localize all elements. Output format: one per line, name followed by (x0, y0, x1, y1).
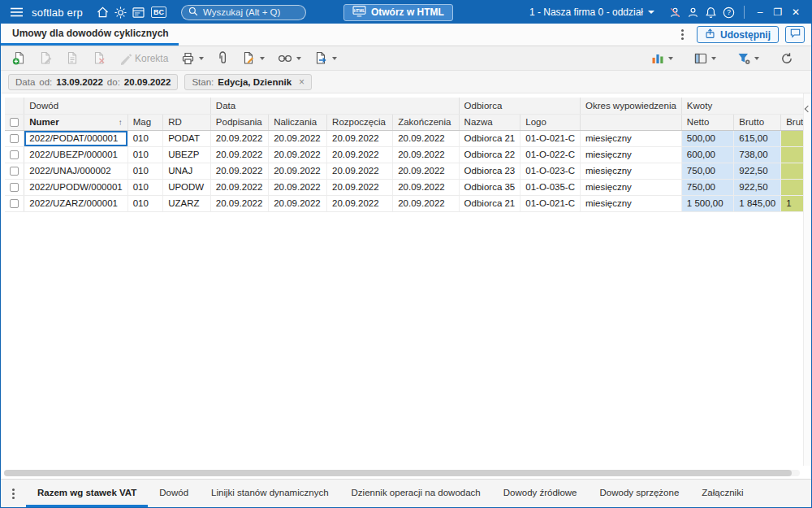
cell-naliczania[interactable]: 20.09.2022 (269, 179, 327, 195)
cell-nazwa[interactable]: Odbiorca 35 (459, 179, 520, 195)
filter-chip-data[interactable]: Data od: 13.09.2022 do: 20.09.2022 (8, 74, 178, 90)
cell-brutto[interactable]: 615,00 (734, 130, 781, 146)
minimize-button[interactable]: – (751, 3, 769, 21)
cell-nazwa[interactable]: Odbiorca 21 (459, 195, 520, 211)
cell-okres[interactable]: miesięczny (580, 195, 681, 211)
cell-mag[interactable]: 010 (127, 179, 162, 195)
cell-naliczania[interactable]: 20.09.2022 (269, 130, 327, 146)
cell-nazwa[interactable]: Odbiorca 23 (459, 163, 520, 179)
cell-brutto[interactable]: 738,00 (734, 146, 781, 163)
cell-numer[interactable]: 2022/PODAT/000001 (24, 130, 127, 146)
cell-mag[interactable]: 010 (127, 195, 162, 211)
column-header-naliczania[interactable]: Naliczania (269, 114, 327, 130)
cell-numer[interactable]: 2022/UZARZ/000001 (24, 195, 127, 211)
table-row[interactable]: 2022/UBEZP/000001 010 UBEZP 20.09.2022 2… (5, 146, 811, 163)
cell-numer[interactable]: 2022/UPODW/000001 (24, 179, 127, 195)
search-input[interactable]: Wyszukaj (Alt + Q) (181, 5, 306, 20)
tab-options-kebab-icon[interactable] (681, 33, 684, 36)
cell-brutto[interactable]: 1 845,00 (734, 195, 781, 211)
cell-rozpoczecia[interactable]: 20.09.2022 (327, 163, 393, 179)
cell-numer[interactable]: 2022/UNAJ/000002 (24, 163, 127, 179)
user-blocked-icon[interactable] (666, 3, 684, 21)
cell-okres[interactable]: miesięczny (580, 130, 681, 146)
refresh-button[interactable] (777, 50, 797, 67)
column-header-podpisania[interactable]: Podpisania (210, 114, 268, 130)
cell-rd[interactable]: UZARZ (163, 195, 211, 211)
cell-zakonczenia[interactable]: 20.09.2022 (393, 130, 459, 146)
cell-logo[interactable]: 01-O-021-C (520, 130, 581, 146)
cell-podpisania[interactable]: 20.09.2022 (210, 163, 268, 179)
column-header-brutto[interactable]: Brutto (734, 114, 781, 130)
company-selector[interactable]: 1 - Nasza firma 0 - oddział (529, 7, 654, 18)
tab-umowy-dla-dowodow-cyklicznych[interactable]: Umowy dla dowodów cyklicznych (1, 24, 179, 46)
scrollbar-thumb[interactable] (4, 470, 792, 476)
table-row[interactable]: 2022/UNAJ/000002 010 UNAJ 20.09.2022 20.… (5, 163, 811, 179)
attachments-button[interactable] (214, 49, 232, 67)
cell-naliczania[interactable]: 20.09.2022 (269, 195, 327, 211)
cell-rd[interactable]: UPODW (163, 179, 211, 195)
table-row[interactable]: 2022/UZARZ/000001 010 UZARZ 20.09.2022 2… (5, 195, 811, 211)
bottom-tab-linijki-stanow-dynamicznych[interactable]: Linijki stanów dynamicznych (200, 480, 339, 507)
cell-podpisania[interactable]: 20.09.2022 (210, 146, 268, 163)
cell-logo[interactable]: 01-O-021-C (520, 195, 581, 211)
cell-rozpoczecia[interactable]: 20.09.2022 (327, 179, 393, 195)
chart-view-button[interactable] (648, 50, 676, 67)
delete-document-button[interactable] (89, 49, 110, 67)
cell-rd[interactable]: PODAT (163, 130, 211, 146)
export-document-button[interactable] (311, 49, 340, 67)
cell-okres[interactable]: miesięczny (580, 163, 681, 179)
cell-naliczania[interactable]: 20.09.2022 (269, 146, 327, 163)
relations-button[interactable] (274, 50, 304, 67)
cell-rozpoczecia[interactable]: 20.09.2022 (327, 195, 393, 211)
preview-document-button[interactable] (63, 49, 83, 67)
column-header-mag[interactable]: Mag (127, 114, 162, 130)
cell-nazwa[interactable]: Odbiorca 22 (459, 146, 520, 163)
close-button[interactable]: ✕ (787, 3, 805, 21)
cell-logo[interactable]: 01-O-023-C (520, 163, 581, 179)
cell-brutto[interactable]: 922,50 (734, 163, 781, 179)
cell-rozpoczecia[interactable]: 20.09.2022 (327, 146, 393, 163)
column-header-rd[interactable]: RD (163, 114, 211, 130)
bottom-tab-dziennik-operacji[interactable]: Dziennik operacji na dowodach (340, 480, 492, 507)
cell-zakonczenia[interactable]: 20.09.2022 (393, 179, 459, 195)
cell-netto[interactable]: 600,00 (681, 146, 734, 163)
comments-button[interactable] (785, 26, 805, 43)
cell-okres[interactable]: miesięczny (580, 179, 681, 195)
remove-filter-icon[interactable]: × (299, 77, 304, 87)
bottom-tab-zalaczniki[interactable]: Załączniki (690, 480, 754, 507)
cell-brutto[interactable]: 922,50 (734, 179, 781, 195)
cell-numer[interactable]: 2022/UBEZP/000001 (24, 146, 127, 163)
cell-mag[interactable]: 010 (127, 146, 162, 163)
cell-netto[interactable]: 750,00 (681, 163, 734, 179)
cell-nazwa[interactable]: Odbiorca 21 (459, 130, 520, 146)
cell-mag[interactable]: 010 (127, 163, 162, 179)
filter-chip-stan[interactable]: Stan: Edycja, Dziennik × (184, 74, 312, 90)
edit-document-button[interactable] (36, 49, 56, 67)
open-in-html-button[interactable]: HTML Otwórz w HTML (343, 4, 453, 21)
cell-mag[interactable]: 010 (127, 130, 162, 146)
bottom-tab-dowod[interactable]: Dowód (148, 480, 200, 507)
bc-icon[interactable]: BC (151, 7, 166, 18)
cell-zakonczenia[interactable]: 20.09.2022 (393, 163, 459, 179)
row-checkbox[interactable] (10, 199, 19, 208)
cell-podpisania[interactable]: 20.09.2022 (210, 130, 268, 146)
row-checkbox[interactable] (10, 183, 19, 192)
filter-settings-button[interactable] (734, 50, 762, 67)
bottom-tab-dowody-zrodlowe[interactable]: Dowody źródłowe (492, 480, 589, 507)
share-button[interactable]: Udostępnij (697, 26, 779, 43)
cell-netto[interactable]: 1 500,00 (681, 195, 734, 211)
column-header-rozpoczecia[interactable]: Rozpoczęcia (327, 114, 393, 130)
cell-naliczania[interactable]: 20.09.2022 (269, 163, 327, 179)
column-header-zakonczenia[interactable]: Zakończenia (393, 114, 459, 130)
select-all-checkbox[interactable] (10, 118, 19, 127)
horizontal-scrollbar[interactable] (4, 470, 800, 476)
user-icon[interactable] (684, 3, 702, 21)
table-row[interactable]: 2022/PODAT/000001 010 PODAT 20.09.2022 2… (5, 130, 811, 146)
column-header-netto[interactable]: Netto (681, 114, 734, 130)
korekta-button[interactable]: Korekta (116, 50, 171, 67)
layout-panels-button[interactable] (691, 50, 719, 67)
add-document-button[interactable] (9, 49, 29, 67)
cell-podpisania[interactable]: 20.09.2022 (210, 179, 268, 195)
cell-netto[interactable]: 500,00 (681, 130, 734, 146)
help-icon[interactable]: ? (719, 3, 737, 21)
